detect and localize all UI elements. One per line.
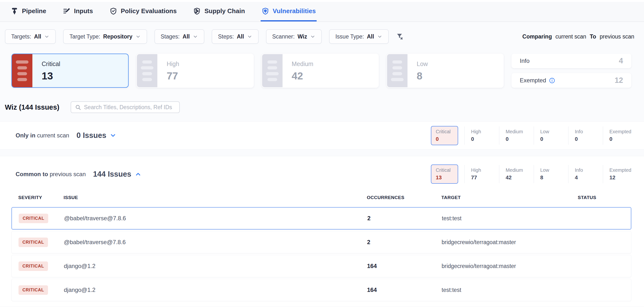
chevron-down-icon — [193, 34, 198, 39]
filter-value: All — [367, 34, 374, 40]
search-input[interactable] — [84, 104, 175, 110]
severity-label: Exempted — [520, 77, 546, 84]
pill-exempted[interactable]: Exempted 12 — [603, 165, 631, 183]
severity-card-high[interactable]: High 77 — [136, 54, 254, 88]
target-cell: test:test — [442, 287, 578, 293]
severity-count: 42 — [292, 70, 314, 82]
filter-value: All — [183, 34, 190, 40]
table-row[interactable]: CRITICAL @babel/traverse@7.8.6 2 bridgec… — [12, 231, 631, 254]
section-phrase: Common to previous scan — [16, 171, 86, 178]
severity-badge: CRITICAL — [18, 285, 48, 295]
table-row[interactable]: CRITICAL @babel/traverse@7.8.6 2 test:te… — [12, 207, 631, 230]
col-severity: SEVERITY — [18, 195, 64, 200]
pill-info[interactable]: Info 4 — [568, 165, 596, 183]
pill-value: 13 — [436, 174, 453, 181]
funnel-x-icon — [396, 32, 404, 41]
severity-cards-row: Critical 13 High 77 Medium 42 Low 8 I — [12, 54, 631, 88]
severity-badge: CRITICAL — [18, 262, 48, 271]
pill-critical[interactable]: Critical 0 — [431, 126, 458, 145]
pill-low[interactable]: Low 8 — [534, 165, 562, 183]
info-circle-icon[interactable] — [549, 78, 555, 84]
severity-count: 13 — [42, 70, 60, 82]
col-occurrences: OCCURRENCES — [367, 195, 441, 200]
severity-label: Medium — [292, 60, 314, 68]
card-body: Critical 13 — [32, 54, 60, 87]
clear-filters-button[interactable] — [396, 32, 404, 41]
card-body: Low 8 — [408, 54, 428, 87]
filter-group: Targets: All Target Type: Repository Sta… — [5, 29, 404, 44]
severity-bars-icon — [387, 54, 408, 87]
pill-info[interactable]: Info 0 — [568, 126, 596, 145]
pill-critical[interactable]: Critical 13 — [431, 164, 458, 184]
card-body: High 77 — [157, 54, 179, 87]
tab-vulnerabilities[interactable]: Vulnerabilities — [260, 2, 317, 22]
section-phrase-rest: previous scan — [50, 171, 86, 178]
chevron-down-icon — [44, 34, 50, 39]
pill-exempted[interactable]: Exempted 0 — [603, 126, 631, 145]
pill-value: 42 — [506, 174, 527, 181]
chevron-down-icon — [110, 132, 116, 139]
severity-card-info[interactable]: Info 4 — [512, 54, 631, 68]
filter-scanner[interactable]: Scanner: Wiz — [266, 29, 322, 44]
pill-high[interactable]: High 77 — [464, 165, 493, 183]
inputs-edit-icon — [63, 7, 70, 15]
filter-value: Repository — [103, 34, 132, 40]
filter-label: Target Type: — [70, 34, 100, 40]
search-box — [71, 101, 180, 113]
tab-supply-chain[interactable]: Supply Chain — [192, 2, 246, 22]
section-title-group: Only in current scan 0 Issues — [16, 131, 116, 140]
pill-value: 0 — [436, 136, 453, 142]
issue-cell: django@1.2 — [64, 263, 367, 270]
filter-label: Scanner: — [272, 34, 295, 40]
filter-steps[interactable]: Steps: All — [212, 29, 259, 44]
severity-card-exempted[interactable]: Exempted 12 — [512, 73, 631, 88]
issues-count-toggle[interactable]: 144 Issues — [93, 170, 142, 178]
table-row[interactable]: CRITICAL django@1.2 164 bridgecrewio/ter… — [12, 255, 631, 277]
tab-label: Inputs — [74, 7, 93, 15]
pill-label: Exempted — [610, 129, 631, 134]
filter-issue-type[interactable]: Issue Type: All — [329, 29, 389, 44]
pill-medium[interactable]: Medium 42 — [499, 165, 527, 183]
section-phrase-bold: Common to — [16, 171, 48, 178]
severity-badge: CRITICAL — [19, 214, 48, 223]
filter-label: Stages: — [161, 34, 180, 40]
pill-high[interactable]: High 0 — [464, 126, 493, 145]
filter-targets[interactable]: Targets: All — [5, 29, 56, 44]
tab-pipeline[interactable]: Pipeline — [10, 2, 47, 22]
pill-medium[interactable]: Medium 0 — [499, 126, 527, 145]
pill-label: Medium — [506, 129, 527, 134]
pill-label: Critical — [436, 168, 453, 173]
issue-cell: @babel/traverse@7.8.6 — [64, 239, 367, 246]
common-to-previous-scan-panel: Common to previous scan 144 Issues Criti… — [0, 156, 644, 307]
severity-card-low[interactable]: Low 8 — [386, 54, 504, 88]
pill-label: Low — [540, 168, 562, 173]
tab-policy-evaluations[interactable]: Policy Evaluations — [109, 2, 178, 22]
pill-low[interactable]: Low 0 — [534, 126, 562, 145]
occurrences-cell: 2 — [367, 239, 442, 246]
severity-card-medium[interactable]: Medium 42 — [262, 54, 379, 88]
scanner-header: Wiz (144 Issues) — [5, 101, 644, 113]
severity-label: Info — [520, 58, 530, 64]
pill-value: 8 — [540, 174, 562, 181]
filter-label: Targets: — [11, 34, 31, 40]
severity-count: 4 — [619, 56, 623, 65]
pill-label: High — [471, 129, 493, 134]
filter-value: All — [237, 34, 244, 40]
tab-label: Vulnerabilities — [273, 7, 316, 15]
col-target: TARGET — [441, 195, 578, 200]
pill-value: 0 — [575, 136, 596, 142]
severity-card-critical[interactable]: Critical 13 — [12, 54, 128, 88]
shield-check-icon — [110, 7, 117, 15]
occurrences-cell: 164 — [367, 263, 442, 270]
tab-inputs[interactable]: Inputs — [62, 2, 94, 22]
issues-count-toggle[interactable]: 0 Issues — [76, 131, 116, 140]
severity-count: 12 — [615, 76, 623, 85]
severity-bars-icon — [262, 54, 282, 87]
filter-stages[interactable]: Stages: All — [154, 29, 204, 44]
target-cell: test:test — [442, 215, 578, 222]
filter-target-type[interactable]: Target Type: Repository — [63, 29, 147, 44]
comparing-to: To — [590, 34, 596, 40]
table-row[interactable]: CRITICAL django@1.2 164 test:test — [12, 279, 631, 301]
section-phrase-rest: current scan — [37, 132, 69, 139]
comparing-current: current scan — [555, 34, 586, 40]
